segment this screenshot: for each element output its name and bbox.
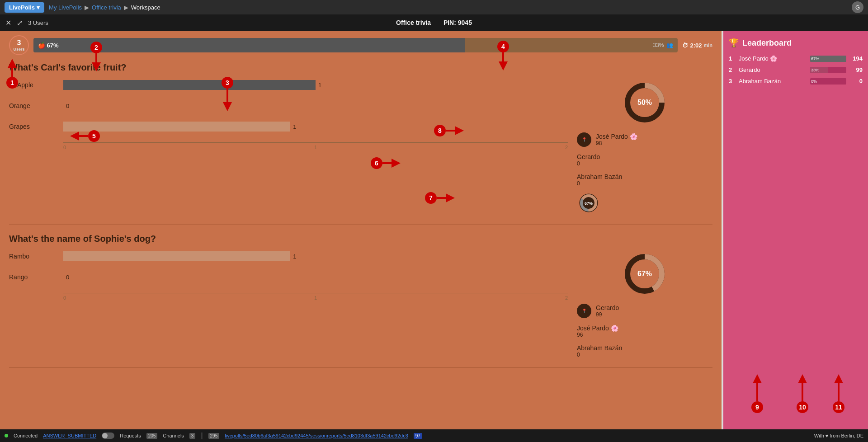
answer-text-apple: Apple: [17, 81, 33, 89]
user-score-jose-q2: José Pardo 🌸 96: [577, 324, 712, 338]
user-score-jose: 📍 José Pardo 🌸 98: [577, 132, 712, 147]
lb-name-3: Abraham Bazán: [739, 78, 807, 85]
annotation-9: 9: [751, 374, 763, 413]
checkmark-icon: ✓: [9, 81, 14, 89]
svg-text:67%: 67%: [637, 270, 652, 277]
lb-bar-label-1: 67%: [811, 56, 819, 61]
channels-label: Channels: [163, 433, 184, 438]
dropdown-arrow-icon: ▾: [37, 4, 40, 11]
answer-text-rango: Rango: [9, 273, 28, 281]
answer-text-orange: Orange: [9, 102, 30, 109]
answer-text-grapes: Grapes: [9, 123, 30, 130]
answer-row-apple: ✓ Apple 1: [9, 80, 568, 90]
progress-percent-label: 🍎 67%: [38, 42, 59, 49]
content-area[interactable]: 3 Users 🍎 67% 33% 👥 ⏱ 2:02 min: [0, 31, 722, 429]
stats-panel-1: 50% 📍 José Pardo 🌸 98: [577, 80, 712, 215]
requests-count: 205: [146, 433, 158, 439]
connection-status-dot: [5, 434, 8, 437]
close-button[interactable]: ✕: [5, 19, 11, 27]
lb-bar-2: 33%: [810, 67, 846, 73]
trophy-icon: 🏆: [729, 38, 739, 48]
breadcrumb-officetrivia[interactable]: Office trivia: [92, 4, 121, 11]
lb-rank-1: 1: [729, 55, 736, 62]
lb-annotations-area: 9 10 11: [729, 98, 863, 422]
donut-chart-large: 50%: [622, 80, 667, 125]
stats-panel-2: 67% 📍 Gerardo 99: [577, 251, 712, 358]
progress-bar: 🍎 67% 33% 👥: [33, 38, 678, 52]
donut-chart-small: 67%: [577, 191, 600, 215]
requests-label: Requests: [120, 433, 141, 438]
people-icon: 👥: [666, 42, 673, 48]
answer-row-rambo: Rambo 1: [9, 251, 568, 261]
timer-section: ⏱ 2:02 min: [682, 42, 712, 49]
answer-label-grapes: Grapes: [9, 123, 63, 130]
event-type-link[interactable]: ANSWER_SUBMITTED: [43, 433, 96, 438]
question-title-2: What's the name of Sophie's dog?: [9, 234, 712, 244]
toggle-switch[interactable]: [102, 433, 114, 439]
question-block-1: 3 Users 🍎 67% 33% 👥 ⏱ 2:02 min: [9, 35, 712, 225]
axis-1: 1: [314, 145, 317, 150]
session-url[interactable]: livepolls/5ed80b6af3a59142cbd92445/sessi…: [225, 433, 408, 438]
flower-icon-jose: 🌸: [630, 133, 637, 140]
expand-button[interactable]: ⤢: [17, 19, 23, 27]
bar-count-rambo: 1: [293, 253, 296, 260]
svg-text:50%: 50%: [637, 99, 652, 106]
top-nav: LivePolls ▾ My LivePolls ▶ Office trivia…: [0, 0, 868, 14]
users-count: 3: [17, 39, 21, 47]
user-score-abraham-q2: Abraham Bazán 0: [577, 344, 712, 358]
poll-title-label: Office trivia: [396, 19, 431, 26]
bar-count-orange: 0: [66, 103, 69, 109]
user-icon-gerardo-q2: 📍: [577, 304, 591, 318]
channels-sub-count: 295: [208, 433, 220, 439]
answer-row-orange: Orange 0: [9, 101, 568, 111]
chart-area-1: ✓ Apple 1 Orange: [9, 80, 568, 150]
chart-area-2: Rambo 1 Rango 0: [9, 251, 568, 301]
answer-text-rambo: Rambo: [9, 253, 29, 260]
axis-2: 2: [565, 145, 568, 150]
answer-row-grapes: Grapes 1: [9, 122, 568, 132]
status-bar: Connected ANSWER_SUBMITTED Requests 205 …: [0, 429, 868, 442]
answer-label-apple: ✓ Apple: [9, 81, 63, 89]
breadcrumb: My LivePolls ▶ Office trivia ▶ Workspace: [49, 4, 160, 11]
donut-area-large: 50%: [577, 80, 712, 125]
answer-label-orange: Orange: [9, 102, 63, 109]
answer-label-rambo: Rambo: [9, 253, 63, 260]
made-in-label: With ♥ from Berlin, DE: [814, 433, 863, 438]
avatar[interactable]: G: [852, 1, 863, 13]
small-donut-area: 67%: [577, 191, 712, 215]
livepolls-dropdown[interactable]: LivePolls ▾: [5, 2, 44, 13]
user-count: 3 Users: [28, 19, 48, 26]
lb-bar-label-3: 0%: [811, 79, 817, 84]
answer-label-rango: Rango: [9, 273, 63, 281]
answer-row-rango: Rango 0: [9, 272, 568, 282]
leaderboard-title: 🏆 Leaderboard: [729, 38, 863, 48]
breadcrumb-mylivepols[interactable]: My LivePolls: [49, 4, 82, 11]
timer-value: 2:02: [690, 42, 702, 49]
lb-score-1: 194: [849, 55, 863, 62]
toolbar: ✕ ⤢ 3 Users Office trivia PIN: 9045: [0, 14, 868, 31]
bar-count-rango: 0: [66, 274, 69, 281]
leaderboard-title-text: Leaderboard: [742, 38, 792, 48]
leaderboard-row-3: 3 Abraham Bazán 0% 0: [729, 78, 863, 85]
channels-count: 3: [189, 433, 196, 439]
user-score-gerardo-q2: 📍 Gerardo 99: [577, 304, 712, 318]
chart-stats-row-1: ✓ Apple 1 Orange: [9, 80, 712, 215]
livepolls-label: LivePolls: [9, 4, 35, 11]
users-circle: 3 Users: [9, 35, 29, 55]
progress-section-1: 3 Users 🍎 67% 33% 👥 ⏱ 2:02 min: [9, 35, 712, 55]
remaining-percent: 33%: [653, 42, 664, 48]
bar-count-grapes: 1: [293, 123, 296, 130]
lb-rank-3: 3: [729, 78, 736, 85]
lb-bar-label-2: 33%: [811, 68, 819, 72]
progress-bar-right: 33% 👥: [653, 42, 673, 48]
toolbar-center-info: Office trivia PIN: 9045: [396, 19, 472, 26]
pin-label: PIN: 9045: [443, 19, 472, 26]
leaderboard-row-1: 1 José Pardo 🌸 67% 194: [729, 55, 863, 62]
chart-axis-2: 0 1 2: [63, 293, 568, 301]
bar-count-apple: 1: [318, 82, 321, 89]
lb-bar-3: 0%: [810, 78, 846, 85]
annotation-11: 11: [833, 374, 844, 413]
axis-0: 0: [63, 145, 66, 150]
question-block-2: What's the name of Sophie's dog? Rambo 1: [9, 234, 712, 368]
user-score-abraham: Abraham Bazán 0: [577, 173, 712, 187]
